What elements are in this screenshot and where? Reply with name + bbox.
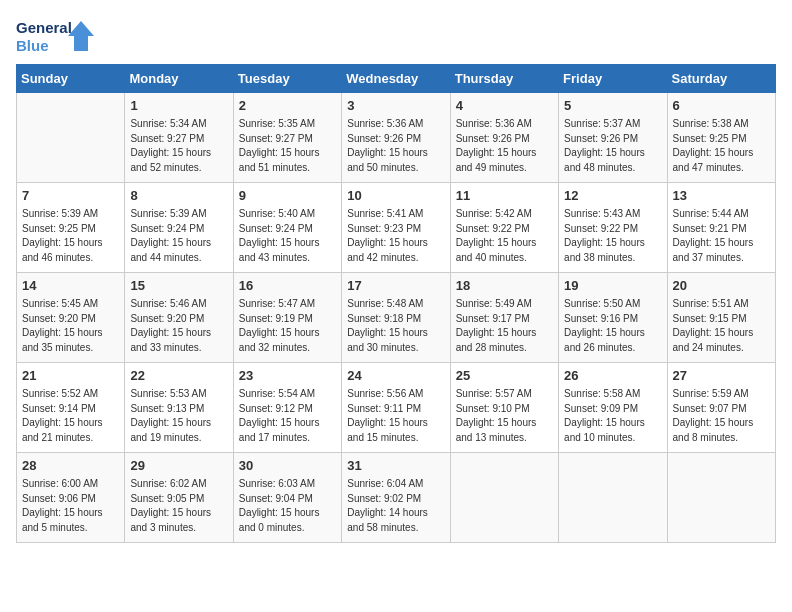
weekday-header-sunday: Sunday [17,65,125,93]
day-info: Sunrise: 5:59 AM Sunset: 9:07 PM Dayligh… [673,387,770,445]
day-info: Sunrise: 5:35 AM Sunset: 9:27 PM Dayligh… [239,117,336,175]
calendar-cell: 27Sunrise: 5:59 AM Sunset: 9:07 PM Dayli… [667,363,775,453]
day-number: 13 [673,187,770,205]
page-header: GeneralBlue [16,16,776,56]
day-number: 1 [130,97,227,115]
calendar-cell [17,93,125,183]
weekday-header-monday: Monday [125,65,233,93]
calendar-cell: 3Sunrise: 5:36 AM Sunset: 9:26 PM Daylig… [342,93,450,183]
calendar-cell: 26Sunrise: 5:58 AM Sunset: 9:09 PM Dayli… [559,363,667,453]
day-info: Sunrise: 5:45 AM Sunset: 9:20 PM Dayligh… [22,297,119,355]
day-number: 26 [564,367,661,385]
calendar-cell: 29Sunrise: 6:02 AM Sunset: 9:05 PM Dayli… [125,453,233,543]
calendar-cell: 9Sunrise: 5:40 AM Sunset: 9:24 PM Daylig… [233,183,341,273]
svg-text:Blue: Blue [16,37,49,54]
calendar-cell: 20Sunrise: 5:51 AM Sunset: 9:15 PM Dayli… [667,273,775,363]
day-info: Sunrise: 5:34 AM Sunset: 9:27 PM Dayligh… [130,117,227,175]
calendar-cell: 5Sunrise: 5:37 AM Sunset: 9:26 PM Daylig… [559,93,667,183]
day-number: 29 [130,457,227,475]
calendar-cell: 25Sunrise: 5:57 AM Sunset: 9:10 PM Dayli… [450,363,558,453]
day-info: Sunrise: 6:04 AM Sunset: 9:02 PM Dayligh… [347,477,444,535]
day-info: Sunrise: 5:50 AM Sunset: 9:16 PM Dayligh… [564,297,661,355]
day-number: 11 [456,187,553,205]
day-info: Sunrise: 5:53 AM Sunset: 9:13 PM Dayligh… [130,387,227,445]
svg-text:General: General [16,19,72,36]
day-number: 17 [347,277,444,295]
calendar-cell: 12Sunrise: 5:43 AM Sunset: 9:22 PM Dayli… [559,183,667,273]
day-info: Sunrise: 5:39 AM Sunset: 9:24 PM Dayligh… [130,207,227,265]
calendar-cell: 10Sunrise: 5:41 AM Sunset: 9:23 PM Dayli… [342,183,450,273]
calendar-cell: 24Sunrise: 5:56 AM Sunset: 9:11 PM Dayli… [342,363,450,453]
day-number: 16 [239,277,336,295]
calendar-cell: 15Sunrise: 5:46 AM Sunset: 9:20 PM Dayli… [125,273,233,363]
logo: GeneralBlue [16,16,96,56]
calendar-cell: 28Sunrise: 6:00 AM Sunset: 9:06 PM Dayli… [17,453,125,543]
calendar-table: SundayMondayTuesdayWednesdayThursdayFrid… [16,64,776,543]
day-number: 30 [239,457,336,475]
day-number: 28 [22,457,119,475]
day-info: Sunrise: 5:40 AM Sunset: 9:24 PM Dayligh… [239,207,336,265]
day-info: Sunrise: 5:42 AM Sunset: 9:22 PM Dayligh… [456,207,553,265]
calendar-cell: 23Sunrise: 5:54 AM Sunset: 9:12 PM Dayli… [233,363,341,453]
weekday-header-saturday: Saturday [667,65,775,93]
day-info: Sunrise: 5:52 AM Sunset: 9:14 PM Dayligh… [22,387,119,445]
day-number: 8 [130,187,227,205]
day-number: 20 [673,277,770,295]
week-row-2: 7Sunrise: 5:39 AM Sunset: 9:25 PM Daylig… [17,183,776,273]
calendar-cell: 1Sunrise: 5:34 AM Sunset: 9:27 PM Daylig… [125,93,233,183]
day-number: 14 [22,277,119,295]
calendar-cell: 19Sunrise: 5:50 AM Sunset: 9:16 PM Dayli… [559,273,667,363]
weekday-header-wednesday: Wednesday [342,65,450,93]
day-info: Sunrise: 5:54 AM Sunset: 9:12 PM Dayligh… [239,387,336,445]
day-number: 6 [673,97,770,115]
week-row-4: 21Sunrise: 5:52 AM Sunset: 9:14 PM Dayli… [17,363,776,453]
day-info: Sunrise: 5:43 AM Sunset: 9:22 PM Dayligh… [564,207,661,265]
calendar-cell [667,453,775,543]
weekday-header-tuesday: Tuesday [233,65,341,93]
day-number: 4 [456,97,553,115]
day-info: Sunrise: 5:49 AM Sunset: 9:17 PM Dayligh… [456,297,553,355]
day-number: 25 [456,367,553,385]
day-info: Sunrise: 5:46 AM Sunset: 9:20 PM Dayligh… [130,297,227,355]
calendar-cell: 13Sunrise: 5:44 AM Sunset: 9:21 PM Dayli… [667,183,775,273]
weekday-header-row: SundayMondayTuesdayWednesdayThursdayFrid… [17,65,776,93]
day-number: 5 [564,97,661,115]
day-info: Sunrise: 6:03 AM Sunset: 9:04 PM Dayligh… [239,477,336,535]
day-number: 12 [564,187,661,205]
day-number: 27 [673,367,770,385]
day-info: Sunrise: 5:44 AM Sunset: 9:21 PM Dayligh… [673,207,770,265]
calendar-cell: 16Sunrise: 5:47 AM Sunset: 9:19 PM Dayli… [233,273,341,363]
week-row-3: 14Sunrise: 5:45 AM Sunset: 9:20 PM Dayli… [17,273,776,363]
calendar-cell: 18Sunrise: 5:49 AM Sunset: 9:17 PM Dayli… [450,273,558,363]
day-number: 23 [239,367,336,385]
calendar-cell [450,453,558,543]
day-info: Sunrise: 6:02 AM Sunset: 9:05 PM Dayligh… [130,477,227,535]
day-info: Sunrise: 5:56 AM Sunset: 9:11 PM Dayligh… [347,387,444,445]
day-number: 18 [456,277,553,295]
calendar-cell: 17Sunrise: 5:48 AM Sunset: 9:18 PM Dayli… [342,273,450,363]
day-info: Sunrise: 5:47 AM Sunset: 9:19 PM Dayligh… [239,297,336,355]
day-number: 3 [347,97,444,115]
calendar-cell: 7Sunrise: 5:39 AM Sunset: 9:25 PM Daylig… [17,183,125,273]
day-number: 22 [130,367,227,385]
day-info: Sunrise: 5:57 AM Sunset: 9:10 PM Dayligh… [456,387,553,445]
day-number: 24 [347,367,444,385]
day-number: 15 [130,277,227,295]
calendar-cell: 30Sunrise: 6:03 AM Sunset: 9:04 PM Dayli… [233,453,341,543]
week-row-1: 1Sunrise: 5:34 AM Sunset: 9:27 PM Daylig… [17,93,776,183]
day-number: 7 [22,187,119,205]
day-info: Sunrise: 5:37 AM Sunset: 9:26 PM Dayligh… [564,117,661,175]
calendar-cell: 31Sunrise: 6:04 AM Sunset: 9:02 PM Dayli… [342,453,450,543]
day-number: 9 [239,187,336,205]
day-number: 2 [239,97,336,115]
calendar-cell: 6Sunrise: 5:38 AM Sunset: 9:25 PM Daylig… [667,93,775,183]
calendar-cell: 4Sunrise: 5:36 AM Sunset: 9:26 PM Daylig… [450,93,558,183]
day-info: Sunrise: 6:00 AM Sunset: 9:06 PM Dayligh… [22,477,119,535]
day-number: 31 [347,457,444,475]
svg-marker-2 [68,21,94,51]
day-number: 19 [564,277,661,295]
calendar-cell: 11Sunrise: 5:42 AM Sunset: 9:22 PM Dayli… [450,183,558,273]
day-number: 10 [347,187,444,205]
calendar-cell: 21Sunrise: 5:52 AM Sunset: 9:14 PM Dayli… [17,363,125,453]
logo-icon: GeneralBlue [16,16,96,56]
